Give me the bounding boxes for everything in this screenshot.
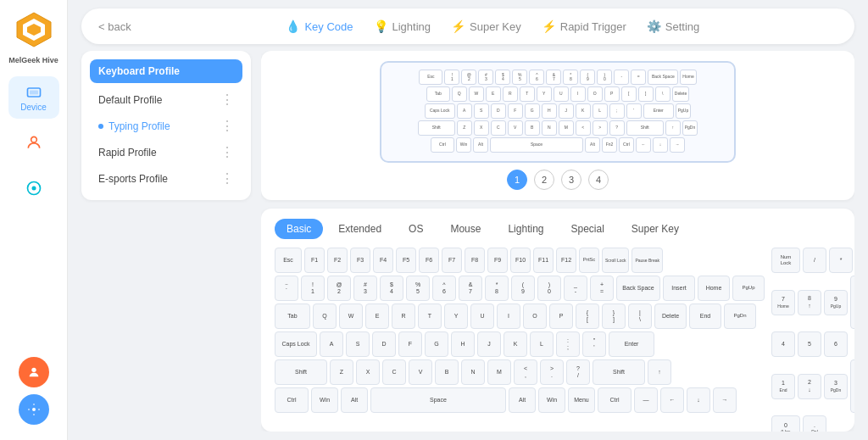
key-f2[interactable]: F2 [327,248,348,273]
tab-superkey[interactable]: ⚡ Super Key [451,19,521,33]
key-m[interactable]: M [487,359,511,385]
mini-key-3[interactable]: #3 [478,70,493,85]
key-up[interactable]: ↑ [648,359,671,385]
key-o[interactable]: O [523,304,547,329]
mini-key-n[interactable]: N [542,120,557,136]
key-j[interactable]: J [477,331,501,357]
key-insert[interactable]: Insert [663,276,695,301]
key-n[interactable]: N [461,359,485,385]
profile-menu-default[interactable]: ⋮ [220,92,234,108]
key-num-dot[interactable]: .Del [803,415,826,432]
page-btn-2[interactable]: 2 [534,170,554,190]
mini-key-enter[interactable]: Enter [643,103,674,119]
profile-menu-typing[interactable]: ⋮ [220,118,234,134]
mini-key-7[interactable]: &7 [546,70,561,85]
mini-key-fn2[interactable]: Fn2 [602,137,617,153]
mini-key-ctrl-l[interactable]: Ctrl [431,137,454,153]
mini-key-l[interactable]: L [593,103,608,119]
mini-key-alt-r[interactable]: Alt [585,137,600,153]
mini-key-capslock[interactable]: Caps Lock [425,103,455,119]
mini-key-p[interactable]: P [604,86,620,102]
key-h[interactable]: H [451,331,475,357]
key-minus[interactable]: _- [564,276,587,301]
key-pgdn[interactable]: PgDn [724,304,756,329]
key-8[interactable]: *8 [485,276,509,301]
mini-key-home[interactable]: Home [680,70,696,85]
key-p[interactable]: P [549,304,573,329]
mini-key-q[interactable]: Q [452,86,467,102]
key-left[interactable]: ← [660,387,684,413]
key-num-enter[interactable]: Enter [850,359,854,413]
tab-keycode[interactable]: 💧 Key Code [286,19,353,33]
key-f10[interactable]: F10 [510,248,531,273]
profile-menu-rapid[interactable]: ⋮ [220,144,234,160]
key-semicolon[interactable]: :; [556,331,580,357]
key-num-plus[interactable]: + [850,276,854,329]
page-btn-4[interactable]: 4 [588,170,609,190]
key-4[interactable]: $4 [380,276,403,301]
mini-key-9[interactable]: (9 [580,70,595,85]
mini-key-shift-l[interactable]: Shift [418,120,455,136]
key-x[interactable]: X [356,359,380,385]
key-q[interactable]: Q [313,304,337,329]
key-6[interactable]: ^6 [432,276,456,301]
key-0[interactable]: )0 [537,276,561,301]
mini-key-alt-l[interactable]: Alt [473,137,488,153]
key-backspace[interactable]: Back Space [616,276,660,301]
key-num0[interactable]: 00 Ins [771,415,800,432]
key-capslock[interactable]: Caps Lock [275,331,317,357]
key-alt-r[interactable]: Alt [509,387,536,413]
mini-key-slash[interactable]: ? [609,120,625,136]
tab-rapidtrigger[interactable]: ⚡ Rapid Trigger [542,19,626,33]
key-f[interactable]: F [398,331,422,357]
mini-key-4[interactable]: $4 [495,70,510,85]
key-1[interactable]: !1 [301,276,325,301]
key-equals[interactable]: += [590,276,614,301]
key-f11[interactable]: F11 [533,248,554,273]
tab-setting[interactable]: ⚙️ Setting [647,19,699,33]
key-tab[interactable]: Tab [275,304,310,329]
key-2[interactable]: @2 [327,276,351,301]
key-a[interactable]: A [320,331,343,357]
key-w[interactable]: W [339,304,363,329]
key-slash[interactable]: ?/ [566,359,590,385]
page-btn-3[interactable]: 3 [561,170,581,190]
mini-key-left[interactable]: ← [636,137,651,153]
key-g[interactable]: G [425,331,448,357]
key-pgup[interactable]: PgUp [732,276,765,301]
mini-key-lbracket[interactable]: [ [621,86,637,102]
profile-item-default[interactable]: Default Profile ⋮ [90,86,242,113]
key-space[interactable]: Space [370,387,506,413]
back-button[interactable]: < back [98,20,131,33]
mini-key-period[interactable]: > [593,120,608,136]
key-lbracket[interactable]: {[ [576,304,599,329]
key-num3[interactable]: 3PgDn [824,374,848,399]
key-c[interactable]: C [382,359,406,385]
mini-key-s[interactable]: S [474,103,489,119]
big-tab-special[interactable]: Special [559,219,615,239]
mini-key-delete[interactable]: Delete [672,86,689,102]
key-num2[interactable]: 2↓ [798,374,821,399]
key-delete[interactable]: Delete [654,304,687,329]
key-3[interactable]: #3 [353,276,377,301]
key-e[interactable]: E [365,304,389,329]
key-period[interactable]: >. [540,359,564,385]
key-num5[interactable]: 5 [798,331,821,357]
key-prtsc[interactable]: PrtSc [579,248,599,273]
key-pause[interactable]: Pause Break [632,248,663,273]
key-win-l[interactable]: Win [311,387,338,413]
mini-key-up[interactable]: ↑ [665,120,681,136]
sidebar-item-profile[interactable] [8,122,59,164]
mini-key-backspace[interactable]: Back Space [648,70,678,85]
mini-key-k[interactable]: K [576,103,591,119]
key-d[interactable]: D [372,331,396,357]
mini-key-a[interactable]: A [457,103,472,119]
profile-item-typing[interactable]: Typing Profile ⋮ [90,113,242,139]
key-numlock[interactable]: Num Lock [771,248,800,273]
mini-key-right[interactable]: → [670,137,685,153]
key-enter[interactable]: Enter [609,331,654,357]
mini-key-down[interactable]: ↓ [653,137,668,153]
mini-key-e[interactable]: E [486,86,501,102]
mini-key-f[interactable]: F [508,103,523,119]
sidebar-item-community[interactable] [8,168,59,210]
